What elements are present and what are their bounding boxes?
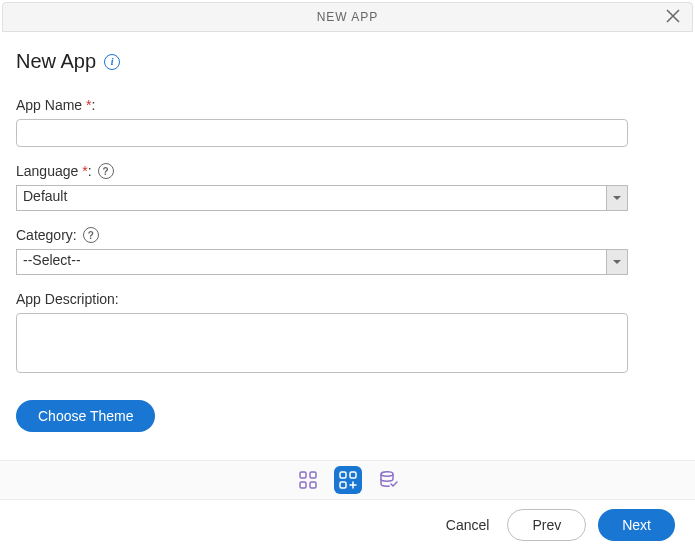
svg-rect-1 [310,472,316,478]
required-star: * [86,97,91,113]
choose-theme-button[interactable]: Choose Theme [16,400,155,432]
svg-point-7 [381,472,393,476]
svg-rect-2 [300,482,306,488]
help-icon[interactable]: ? [83,227,99,243]
description-input[interactable] [16,313,628,373]
language-field: Language *: ? Default [16,163,679,211]
grid-plus-icon[interactable] [334,466,362,494]
prev-button[interactable]: Prev [507,509,586,541]
app-name-input[interactable] [16,119,628,147]
language-label: Language *: [16,163,92,179]
category-label: Category: [16,227,77,243]
close-icon[interactable] [662,6,684,28]
dialog-body: New App i App Name *: Language *: ? Defa… [0,34,695,448]
category-select[interactable]: --Select-- [16,249,628,275]
stepper-bar [0,460,695,500]
language-select[interactable]: Default [16,185,628,211]
description-label: App Description: [16,291,119,307]
svg-rect-0 [300,472,306,478]
svg-rect-4 [340,472,346,478]
svg-rect-5 [350,472,356,478]
svg-rect-6 [340,482,346,488]
category-select-wrapper: --Select-- [16,249,628,275]
required-star: * [82,163,87,179]
description-label-row: App Description: [16,291,679,307]
help-icon[interactable]: ? [98,163,114,179]
category-label-row: Category: ? [16,227,679,243]
app-name-label: App Name *: [16,97,95,113]
dialog-header: NEW APP [2,2,693,32]
category-field: Category: ? --Select-- [16,227,679,275]
grid-icon[interactable] [294,466,322,494]
app-name-label-row: App Name *: [16,97,679,113]
next-button[interactable]: Next [598,509,675,541]
cancel-button[interactable]: Cancel [440,513,496,537]
language-label-row: Language *: ? [16,163,679,179]
app-name-field: App Name *: [16,97,679,147]
dialog-title: NEW APP [317,10,379,24]
page-title-row: New App i [16,50,679,73]
database-icon[interactable] [374,466,402,494]
footer-bar: Cancel Prev Next [0,500,695,550]
page-title: New App [16,50,96,73]
language-select-wrapper: Default [16,185,628,211]
description-field: App Description: [16,291,679,376]
info-icon[interactable]: i [104,54,120,70]
svg-rect-3 [310,482,316,488]
